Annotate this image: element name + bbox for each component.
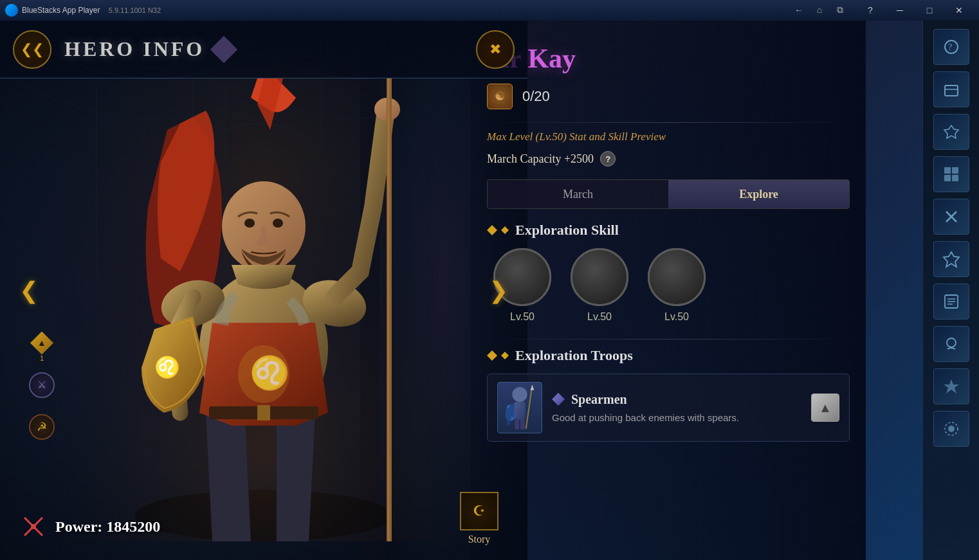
sidebar-icon-7[interactable] — [933, 284, 969, 320]
rank-sword-icon[interactable]: ⚔ — [26, 367, 58, 402]
game-header: ❮❮ HERO INFO ✖ — [0, 21, 527, 78]
skill-2-level: Lv.50 — [587, 311, 612, 323]
svg-text:?: ? — [948, 42, 952, 52]
sidebar-icon-1[interactable]: ? — [933, 29, 969, 65]
svg-marker-62 — [944, 379, 959, 393]
story-icon: ☪ — [460, 492, 499, 530]
svg-rect-41 — [514, 402, 525, 419]
skill-circle-3 — [648, 248, 706, 306]
svg-rect-51 — [944, 167, 951, 174]
hero-character-art: ♌ ♌ — [51, 78, 476, 541]
svg-rect-48 — [945, 86, 958, 96]
section-diamond-1 — [487, 225, 497, 235]
story-button[interactable]: ☪ Story — [450, 489, 508, 547]
app-title: BlueStacks App Player 5.9.11.1001 N32 — [22, 6, 790, 15]
titlebar: BlueStacks App Player 5.9.11.1001 N32 ← … — [0, 0, 979, 21]
svg-point-22 — [273, 219, 283, 228]
stat-preview-label: Max Level (Lv.50) Stat and Skill Preview — [487, 131, 850, 143]
sidebar-icon-3[interactable] — [933, 114, 969, 150]
home-nav-btn[interactable]: ⌂ — [810, 1, 828, 19]
skill-bg-2 — [572, 250, 627, 304]
story-label: Story — [468, 534, 491, 545]
divider-2 — [487, 339, 850, 339]
troop-name: Spearmen — [571, 392, 627, 407]
sidebar-icon-6[interactable] — [933, 241, 969, 277]
tab-explore[interactable]: Explore — [668, 180, 849, 208]
rank-emblem-icon[interactable]: ☭ — [26, 409, 58, 444]
power-value: Power: 1845200 — [55, 518, 160, 536]
svg-point-40 — [512, 387, 527, 402]
next-hero-button[interactable]: ❯ — [482, 271, 515, 310]
hero-rank-icons: ▲ 1 ⚔ ☭ — [26, 325, 58, 444]
minimize-btn[interactable]: ─ — [885, 0, 915, 21]
back-button[interactable]: ❮❮ — [13, 30, 51, 69]
sidebar-icon-2[interactable] — [933, 71, 969, 107]
upgrade-arrow-icon: ▲ — [819, 401, 832, 415]
hero-name: Sir Kay — [487, 43, 850, 74]
svg-point-63 — [948, 426, 955, 432]
game-area: ♌ ♌ — [0, 21, 922, 560]
copy-nav-btn[interactable]: ⧉ — [831, 1, 849, 19]
svg-point-61 — [947, 338, 956, 347]
right-sidebar: ? — [922, 21, 979, 560]
skill-3-level: Lv.50 — [664, 311, 689, 323]
back-arrow-icon: ❮❮ — [21, 41, 44, 58]
svg-rect-53 — [944, 175, 951, 181]
march-capacity-row: March Capacity +2500 ? — [487, 151, 850, 167]
help-btn[interactable]: ? — [855, 0, 885, 21]
skills-container: Lv.50 Lv.50 — [487, 248, 850, 323]
rank-spear-icon[interactable]: ▲ 1 — [26, 325, 58, 361]
skill-circle-2 — [571, 248, 628, 306]
svg-rect-44 — [515, 418, 519, 429]
svg-rect-54 — [952, 175, 958, 181]
hero-fragments: ☯ 0/20 — [487, 84, 850, 109]
troop-item: Spearmen Good at pushing back enemies wi… — [487, 374, 850, 442]
tab-container: March Explore — [487, 179, 850, 209]
sidebar-icon-5[interactable] — [933, 199, 969, 235]
svg-point-21 — [244, 219, 255, 228]
svg-line-42 — [526, 385, 533, 429]
sidebar-icon-8[interactable] — [933, 326, 969, 362]
rank-circle: ⚔ — [29, 372, 55, 398]
troop-upgrade-button[interactable]: ▲ — [811, 393, 839, 422]
troops-diamond-1 — [487, 350, 497, 361]
rank-diamond: ▲ — [30, 332, 53, 355]
exploration-skill-header: Exploration Skill — [487, 222, 850, 239]
troop-info: Spearmen Good at pushing back enemies wi… — [552, 392, 801, 424]
troop-figure — [497, 382, 542, 433]
troop-description: Good at pushing back enemies with spears… — [552, 412, 739, 423]
back-nav-btn[interactable]: ← — [790, 1, 808, 19]
svg-rect-14 — [257, 405, 270, 420]
prev-hero-button[interactable]: ❮ — [13, 271, 45, 310]
right-arrow-icon: ❯ — [489, 277, 508, 304]
svg-text:♌: ♌ — [250, 354, 290, 392]
rank-number: 1 — [40, 354, 44, 362]
march-capacity-info-btn[interactable]: ? — [600, 151, 616, 167]
rank-circle-2: ☭ — [29, 414, 55, 440]
section-diamond-2 — [501, 226, 509, 234]
svg-rect-52 — [952, 167, 958, 174]
exploration-troops-section: Exploration Troops — [487, 347, 850, 442]
nav-icons: ← ⌂ ⧉ — [790, 1, 849, 19]
power-icon — [19, 512, 48, 541]
restore-btn[interactable]: □ — [915, 0, 944, 21]
fragment-icon: ☯ — [487, 84, 513, 109]
power-bar: Power: 1845200 — [19, 512, 160, 541]
skill-item-2[interactable]: Lv.50 — [571, 248, 628, 323]
fragment-count: 0/20 — [522, 88, 550, 105]
skill-bg-3 — [650, 250, 704, 304]
troop-rank-icon — [552, 393, 565, 406]
close-hero-button[interactable]: ✖ — [476, 30, 515, 69]
exploration-skill-title: Exploration Skill — [515, 222, 619, 239]
skill-item-3[interactable]: Lv.50 — [648, 248, 706, 323]
tab-march[interactable]: March — [488, 180, 668, 208]
close-icon: ✖ — [490, 41, 501, 58]
title-decoration — [210, 35, 237, 62]
sidebar-icon-10[interactable] — [933, 411, 969, 447]
close-btn[interactable]: ✕ — [944, 0, 974, 21]
sidebar-icon-9[interactable] — [933, 368, 969, 404]
svg-rect-45 — [520, 418, 525, 429]
skill-1-level: Lv.50 — [510, 311, 535, 323]
window-controls: ? ─ □ ✕ — [855, 0, 974, 21]
sidebar-icon-4[interactable] — [933, 156, 969, 192]
